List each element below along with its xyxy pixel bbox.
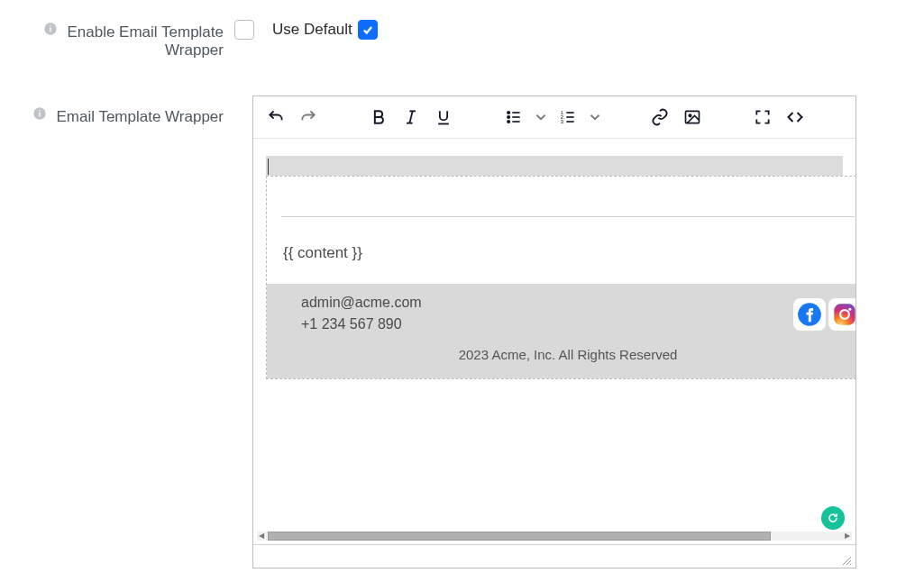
enable-wrapper-checkbox[interactable]: [234, 20, 254, 40]
bullet-list-dropdown[interactable]: [533, 104, 549, 131]
footer-copyright: 2023 Acme, Inc. All Rights Reserved: [283, 338, 853, 375]
undo-button[interactable]: [262, 104, 289, 131]
source-code-button[interactable]: [782, 104, 809, 131]
use-default-top-label: Use Default: [272, 21, 352, 39]
underline-button[interactable]: [430, 104, 457, 131]
enable-wrapper-label: Enable Email Template Wrapper: [67, 23, 224, 59]
svg-point-10: [508, 112, 510, 114]
content-placeholder: {{ content }}: [267, 226, 855, 284]
bullet-list-button[interactable]: [500, 104, 527, 131]
svg-point-23: [689, 114, 691, 116]
email-template-wrapper-label: Email Template Wrapper: [56, 108, 224, 125]
instagram-icon[interactable]: [828, 298, 855, 331]
info-icon: [32, 106, 47, 125]
scroll-thumb[interactable]: [268, 532, 771, 541]
numbered-list-dropdown[interactable]: [587, 104, 603, 131]
editor-content-area[interactable]: {{ content }} admin@acme.com +1 234 567 …: [253, 139, 855, 544]
svg-line-28: [843, 557, 851, 565]
svg-point-11: [508, 116, 510, 119]
text-cursor: [268, 159, 269, 175]
info-icon: [43, 22, 58, 41]
editor-toolbar: 123: [253, 96, 855, 139]
horizontal-scrollbar[interactable]: ◀ ▶: [257, 532, 852, 541]
fullscreen-button[interactable]: [749, 104, 776, 131]
footer-phone: +1 234 567 890: [301, 316, 422, 332]
svg-point-27: [848, 308, 851, 311]
svg-rect-25: [834, 304, 855, 324]
template-preview: {{ content }} admin@acme.com +1 234 567 …: [266, 176, 855, 379]
numbered-list-button[interactable]: 123: [554, 104, 581, 131]
footer-email: admin@acme.com: [301, 295, 422, 311]
editor-status-bar: [253, 544, 855, 568]
svg-line-6: [409, 111, 412, 123]
scroll-left-arrow[interactable]: ◀: [257, 532, 266, 541]
link-button[interactable]: [646, 104, 673, 131]
bold-button[interactable]: [365, 104, 392, 131]
svg-rect-4: [39, 113, 40, 117]
svg-point-12: [508, 121, 510, 123]
italic-button[interactable]: [398, 104, 425, 131]
scroll-right-arrow[interactable]: ▶: [843, 532, 852, 541]
use-default-top-checkbox[interactable]: [358, 20, 378, 40]
facebook-icon[interactable]: [793, 298, 826, 331]
svg-text:3: 3: [561, 119, 563, 124]
svg-rect-2: [50, 25, 50, 26]
editor-container: 123: [252, 96, 856, 568]
grammarly-icon[interactable]: [821, 506, 845, 530]
resize-handle-icon[interactable]: [841, 553, 854, 566]
svg-rect-1: [50, 28, 50, 32]
email-footer: admin@acme.com +1 234 567 890: [267, 284, 855, 378]
redo-button[interactable]: [295, 104, 322, 131]
svg-rect-5: [39, 110, 40, 111]
image-button[interactable]: [679, 104, 706, 131]
content-band: [266, 156, 843, 176]
svg-line-30: [850, 564, 851, 565]
